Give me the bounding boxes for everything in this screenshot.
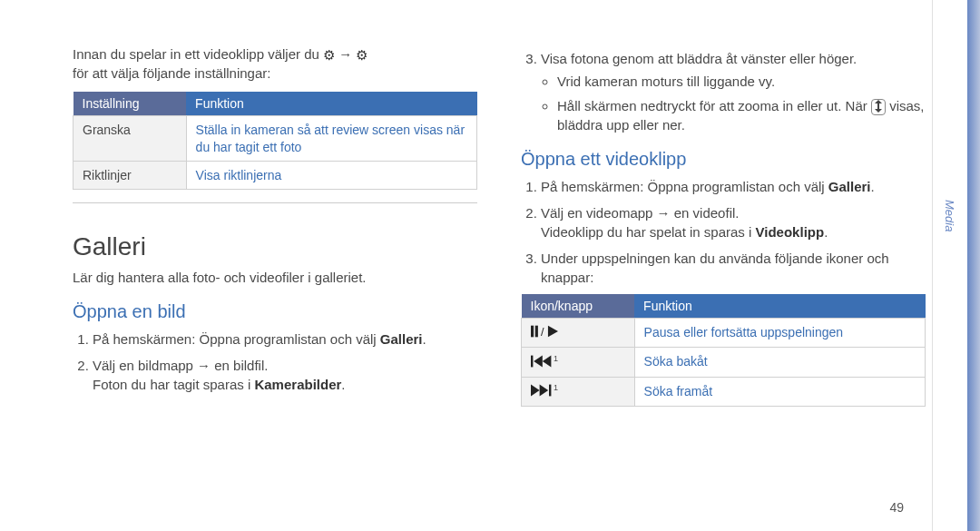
td-function: Söka bakåt xyxy=(634,348,925,377)
table-row: 1 Söka framåt xyxy=(522,377,926,406)
rewind-icon xyxy=(531,355,553,371)
forward-icon xyxy=(531,384,553,400)
side-tab-label: Media xyxy=(943,200,956,231)
page-content: Innan du spelar in ett videoklipp väljer… xyxy=(0,0,980,531)
intro-text-b: för att välja följande inställningar: xyxy=(73,65,270,81)
th-function: Funktion xyxy=(186,92,476,116)
open-video-steps: På hemskärmen: Öppna programlistan och v… xyxy=(521,177,926,287)
heading-oppna-videoklipp: Öppna ett videoklipp xyxy=(521,149,926,170)
table-header-row: Ikon/knapp Funktion xyxy=(522,294,926,319)
intro-arrow: → xyxy=(338,46,356,62)
gear-icon: ⚙ xyxy=(356,46,368,64)
td-function: Pausa eller fortsätta uppspelningen xyxy=(634,319,925,348)
svg-rect-3 xyxy=(531,326,534,338)
svg-marker-11 xyxy=(540,385,549,397)
heading-oppna-bild: Öppna en bild xyxy=(73,301,477,322)
step3-bullets: Vrid kameran moturs till liggande vy. Hå… xyxy=(541,72,926,134)
period: . xyxy=(871,179,875,194)
td-icon: / xyxy=(522,319,635,348)
list-item: Under uppspelningen kan du använda följa… xyxy=(541,249,926,287)
app-name-galleri: Galleri xyxy=(380,331,423,347)
bullet-item: Vrid kameran moturs till liggande vy. xyxy=(557,72,926,91)
list-item: Visa fotona genom att bläddra åt vänster… xyxy=(541,49,926,134)
open-image-steps: På hemskärmen: Öppna programlistan och v… xyxy=(73,329,477,394)
step-text: Under uppspelningen kan du använda följa… xyxy=(541,251,889,285)
scroll-icon xyxy=(871,99,886,115)
list-item: Välj en videomapp → en videofil. Videokl… xyxy=(541,203,926,241)
gear-icon: ⚙ xyxy=(323,46,335,64)
td-setting: Granska xyxy=(74,116,187,161)
left-column: Innan du spelar in ett videoklipp väljer… xyxy=(73,45,477,504)
list-item: På hemskärmen: Öppna programlistan och v… xyxy=(93,329,477,349)
galleri-section: Galleri Lär dig hantera alla foto- och v… xyxy=(73,202,477,394)
intro-text-a: Innan du spelar in ett videoklipp väljer… xyxy=(73,46,323,62)
step-text: Välj en bildmapp → en bildfil. xyxy=(93,358,268,373)
table-row: 1 Söka bakåt xyxy=(522,348,926,377)
pause-play-icon: / xyxy=(531,325,558,341)
bullet-item: Håll skärmen nedtryckt för att zooma in … xyxy=(557,96,926,134)
continued-list: Visa fotona genom att bläddra åt vänster… xyxy=(521,49,926,134)
svg-marker-10 xyxy=(531,385,540,397)
right-column: Visa fotona genom att bläddra åt vänster… xyxy=(521,45,926,504)
svg-rect-1 xyxy=(877,103,879,109)
folder-videoklipp: Videoklipp xyxy=(756,224,825,240)
footnote-ref: 1 xyxy=(554,354,558,363)
step-text: På hemskärmen: Öppna programlistan och v… xyxy=(93,331,380,347)
table-row: Granska Ställa in kameran så att review … xyxy=(74,116,477,161)
period: . xyxy=(341,377,345,392)
period: . xyxy=(824,224,828,240)
footnote-ref: 1 xyxy=(554,383,558,392)
step3-text: Visa fotona genom att bläddra åt vänster… xyxy=(541,51,857,66)
list-item: Välj en bildmapp → en bildfil. Foton du … xyxy=(93,356,477,394)
heading-galleri: Galleri xyxy=(73,232,477,261)
td-icon: 1 xyxy=(522,377,635,406)
page-number: 49 xyxy=(889,500,904,515)
svg-rect-12 xyxy=(549,385,551,397)
td-function: Visa riktlinjerna xyxy=(186,161,476,189)
bullet2-a: Håll skärmen nedtryckt för att zooma in … xyxy=(557,98,871,113)
th-function: Funktion xyxy=(634,294,925,319)
step-note-a: Videoklipp du har spelat in sparas i xyxy=(541,224,756,240)
svg-marker-6 xyxy=(548,326,558,338)
step-note-a: Foton du har tagit sparas i xyxy=(93,377,254,392)
list-item: På hemskärmen: Öppna programlistan och v… xyxy=(541,177,926,196)
side-gradient xyxy=(967,0,980,531)
svg-marker-0 xyxy=(875,100,882,103)
intro-paragraph: Innan du spelar in ett videoklipp väljer… xyxy=(73,45,477,83)
period: . xyxy=(423,331,426,347)
table-row: Riktlinjer Visa riktlinjerna xyxy=(74,161,477,189)
svg-marker-8 xyxy=(534,355,543,367)
folder-kamerabilder: Kamerabilder xyxy=(254,377,341,392)
td-setting: Riktlinjer xyxy=(74,161,187,189)
playback-table: Ikon/knapp Funktion / Pausa eller fortsä… xyxy=(521,294,926,407)
th-icon: Ikon/knapp xyxy=(522,294,635,319)
galleri-subtitle: Lär dig hantera alla foto- och videofile… xyxy=(73,269,477,287)
svg-marker-9 xyxy=(543,355,552,367)
td-icon: 1 xyxy=(522,348,635,377)
td-function: Ställa in kameran så att review screen v… xyxy=(186,116,476,161)
settings-table: Inställning Funktion Granska Ställa in k… xyxy=(73,92,477,190)
svg-text:/: / xyxy=(541,326,544,338)
table-row: / Pausa eller fortsätta uppspelningen xyxy=(522,319,926,348)
side-tab-area: Media xyxy=(932,0,980,531)
svg-rect-4 xyxy=(535,326,538,338)
step-text: Välj en videomapp → en videofil. xyxy=(541,205,739,221)
svg-rect-7 xyxy=(531,355,533,367)
th-setting: Inställning xyxy=(74,92,187,116)
app-name-galleri: Galleri xyxy=(828,179,871,194)
step-text: På hemskärmen: Öppna programlistan och v… xyxy=(541,179,828,194)
table-header-row: Inställning Funktion xyxy=(74,92,477,116)
td-function: Söka framåt xyxy=(634,377,925,406)
svg-marker-2 xyxy=(875,109,882,113)
